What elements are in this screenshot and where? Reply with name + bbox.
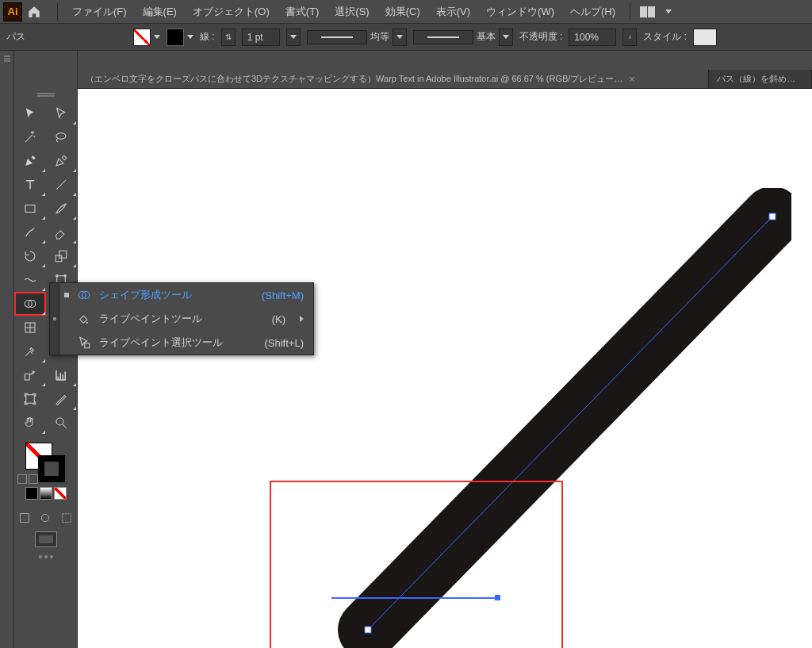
color-mode-row bbox=[14, 487, 77, 500]
menu-object[interactable]: オブジェクト(O) bbox=[185, 0, 278, 24]
fill-stroke-control[interactable] bbox=[14, 439, 77, 484]
chevron-down-icon bbox=[187, 35, 193, 39]
brush-preview bbox=[413, 30, 473, 44]
menu-type[interactable]: 書式(T) bbox=[278, 0, 327, 24]
style-label: スタイル : bbox=[643, 30, 687, 44]
hand-tool[interactable] bbox=[14, 411, 46, 435]
artboard[interactable] bbox=[78, 89, 812, 648]
stroke-profile-preview bbox=[307, 30, 367, 44]
tool-panel-grip[interactable] bbox=[14, 89, 77, 98]
menu-view[interactable]: 表示(V) bbox=[428, 0, 478, 24]
width-tool[interactable] bbox=[14, 268, 46, 292]
flyout-item-live-paint-selection[interactable]: ライブペイント選択ツール (Shift+L) bbox=[59, 331, 313, 355]
curvature-tool[interactable] bbox=[46, 149, 78, 173]
svg-line-21 bbox=[368, 217, 772, 630]
stroke-weight-stepper[interactable]: ⇅ bbox=[221, 29, 236, 46]
close-icon[interactable]: × bbox=[629, 74, 634, 85]
flyout-item-live-paint[interactable]: ライブペイントツール (K) bbox=[59, 307, 313, 331]
menu-help[interactable]: ヘルプ(H) bbox=[562, 0, 623, 24]
path-object[interactable] bbox=[331, 188, 791, 648]
flyout-tearoff-handle[interactable] bbox=[50, 283, 59, 355]
screen-mode-icon bbox=[35, 531, 57, 547]
mesh-tool[interactable] bbox=[14, 316, 46, 339]
direct-selection-tool[interactable] bbox=[46, 102, 78, 125]
artboard-tool[interactable] bbox=[14, 387, 46, 411]
eraser-tool[interactable] bbox=[46, 220, 78, 244]
graph-tool[interactable] bbox=[46, 363, 78, 387]
panel-dock-stub[interactable] bbox=[0, 51, 14, 648]
flyout-item-label: ライブペイントツール bbox=[99, 312, 264, 326]
flyout-item-shape-builder[interactable]: シェイプ形成ツール (Shift+M) bbox=[59, 283, 313, 307]
brush-dropdown[interactable] bbox=[499, 29, 513, 46]
stroke-weight-dropdown[interactable] bbox=[286, 29, 301, 46]
stroke-profile-dropdown[interactable] bbox=[393, 29, 407, 46]
svg-rect-1 bbox=[25, 205, 35, 213]
rectangle-tool[interactable] bbox=[14, 197, 46, 220]
fill-control[interactable] bbox=[133, 29, 160, 46]
document-tab[interactable]: パス（線）を斜めに… bbox=[709, 70, 812, 88]
tool-flyout-menu: シェイプ形成ツール (Shift+M) ライブペイントツール (K) ライブペイ… bbox=[49, 282, 314, 355]
paintbrush-tool[interactable] bbox=[46, 197, 78, 220]
draw-normal-icon[interactable] bbox=[14, 508, 35, 528]
layout-icon bbox=[640, 6, 656, 17]
type-tool[interactable] bbox=[14, 173, 46, 197]
color-mode-none[interactable] bbox=[54, 487, 67, 500]
flyout-item-label: シェイプ形成ツール bbox=[99, 288, 254, 302]
svg-rect-23 bbox=[365, 627, 371, 633]
screen-mode[interactable] bbox=[14, 531, 77, 547]
lasso-tool[interactable] bbox=[46, 125, 78, 149]
opacity-more[interactable]: › bbox=[622, 29, 637, 46]
menu-window[interactable]: ウィンドウ(W) bbox=[478, 0, 562, 24]
annotation-highlight-box bbox=[270, 481, 563, 648]
selection-tool[interactable] bbox=[14, 102, 46, 125]
menu-effect[interactable]: 効果(C) bbox=[377, 0, 428, 24]
svg-rect-20 bbox=[62, 514, 71, 523]
stroke-profile-control[interactable]: 均等 bbox=[307, 29, 407, 46]
symbol-sprayer-tool[interactable] bbox=[14, 363, 46, 387]
magic-wand-tool[interactable] bbox=[14, 125, 46, 149]
separator bbox=[57, 3, 58, 21]
eyedropper-tool[interactable] bbox=[14, 339, 46, 363]
workspace-switcher[interactable] bbox=[637, 6, 672, 17]
home-icon[interactable] bbox=[27, 5, 41, 19]
flyout-item-label: ライブペイント選択ツール bbox=[99, 336, 257, 350]
scale-tool[interactable] bbox=[46, 244, 78, 268]
opacity-field[interactable]: 100% bbox=[569, 29, 616, 46]
stroke-control[interactable] bbox=[167, 29, 193, 46]
chevron-down-icon bbox=[665, 10, 672, 13]
zoom-tool[interactable] bbox=[46, 411, 78, 435]
line-tool[interactable] bbox=[46, 173, 78, 197]
swap-default-icons[interactable] bbox=[17, 474, 38, 484]
pen-tool[interactable] bbox=[14, 149, 46, 173]
shaper-tool[interactable] bbox=[14, 220, 46, 244]
svg-rect-16 bbox=[26, 395, 35, 404]
edit-toolbar-icon[interactable] bbox=[14, 555, 77, 558]
flyout-item-shortcut: (Shift+M) bbox=[262, 289, 304, 301]
selected-dot-icon bbox=[64, 293, 69, 297]
style-swatch bbox=[693, 29, 717, 46]
shape-builder-tool[interactable] bbox=[14, 292, 46, 316]
menu-file[interactable]: ファイル(F) bbox=[64, 0, 135, 24]
svg-rect-24 bbox=[769, 213, 776, 220]
draw-behind-icon[interactable] bbox=[35, 508, 56, 528]
menu-edit[interactable]: 編集(E) bbox=[135, 0, 185, 24]
color-mode-solid[interactable] bbox=[25, 487, 38, 500]
color-mode-gradient[interactable] bbox=[40, 487, 52, 500]
grip-icon bbox=[4, 56, 10, 57]
brush-control[interactable]: 基本 bbox=[413, 29, 513, 46]
document-tab-active[interactable]: （エンベロ文字をクローズパスに合わせて3Dテクスチャマッピングする）Warp T… bbox=[78, 70, 709, 88]
draw-inside-icon[interactable] bbox=[56, 508, 77, 528]
menu-select[interactable]: 選択(S) bbox=[327, 0, 377, 24]
stroke-swatch bbox=[167, 29, 184, 46]
rotate-tool[interactable] bbox=[14, 244, 46, 268]
graphic-style-control[interactable] bbox=[693, 29, 717, 46]
stroke-indicator[interactable] bbox=[38, 455, 65, 482]
svg-rect-3 bbox=[59, 251, 67, 258]
chevron-down-icon bbox=[154, 35, 160, 39]
stroke-weight-field[interactable]: 1 pt bbox=[242, 29, 280, 46]
app-logo: Ai bbox=[3, 2, 22, 21]
slice-tool[interactable] bbox=[46, 387, 78, 411]
flyout-item-shortcut: (Shift+L) bbox=[265, 337, 304, 349]
fill-swatch bbox=[133, 29, 151, 46]
menu-bar: Ai ファイル(F) 編集(E) オブジェクト(O) 書式(T) 選択(S) 効… bbox=[0, 0, 812, 24]
